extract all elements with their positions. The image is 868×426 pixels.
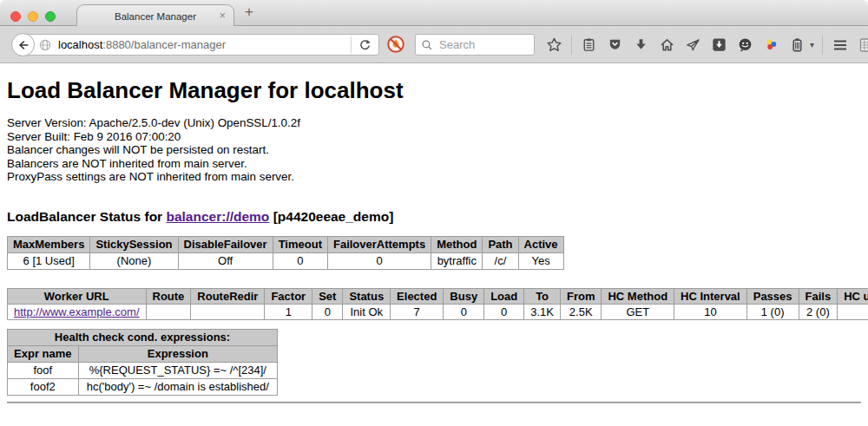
column-header: Expression xyxy=(78,345,277,362)
column-header: Path xyxy=(483,236,518,252)
worker-table: Worker URL Route RouteRedir Factor Set S… xyxy=(7,288,868,320)
column-header: MaxMembers xyxy=(8,236,90,252)
table-row: http://www.example.com/ 1 0 Init Ok 7 0 … xyxy=(8,304,868,319)
tab-groups-icon[interactable] xyxy=(857,36,868,54)
cell: (None) xyxy=(90,252,178,269)
url-domain: localhost xyxy=(58,38,102,51)
smiley-chat-icon[interactable] xyxy=(736,36,754,54)
column-header: HC uri xyxy=(838,288,868,304)
toolbar-divider-2 xyxy=(822,36,823,55)
cell xyxy=(191,304,265,319)
cell: 7 xyxy=(391,304,444,319)
tab-close-icon[interactable]: × xyxy=(219,9,226,22)
browser-window: Balancer Manager × + localhost:8880/bala… xyxy=(0,0,868,426)
send-plane-icon[interactable] xyxy=(684,36,702,54)
back-button[interactable] xyxy=(11,33,35,56)
cell: bytraffic xyxy=(431,252,483,269)
column-header: To xyxy=(524,288,561,304)
cell: 6 [1 Used] xyxy=(8,252,90,269)
cell: 1 xyxy=(265,304,312,319)
persist-note-line: Balancer changes will NOT be persisted o… xyxy=(7,143,861,157)
new-tab-button[interactable]: + xyxy=(245,3,253,21)
clipboard-icon[interactable] xyxy=(580,36,598,54)
table-row: 6 [1 Used] (None) Off 0 0 bytraffic /c/ … xyxy=(8,252,564,269)
column-header: Status xyxy=(343,288,391,304)
cell: 0 xyxy=(312,304,343,319)
balancer-settings-table: MaxMembers StickySession DisableFailover… xyxy=(7,236,564,270)
window-zoom-button[interactable] xyxy=(45,11,56,22)
browser-tab[interactable]: Balancer Manager × xyxy=(76,4,234,27)
cell: /c/ xyxy=(483,252,518,269)
cell: Init Ok xyxy=(343,304,391,319)
downloads-icon[interactable] xyxy=(632,36,650,54)
column-header: Expr name xyxy=(8,345,79,362)
cell: 0 xyxy=(444,304,484,319)
column-header: Active xyxy=(518,236,563,252)
cell: 2.5K xyxy=(560,304,602,319)
toolbar-divider xyxy=(571,36,572,55)
reload-button[interactable] xyxy=(352,38,378,51)
column-header: Worker URL xyxy=(8,288,147,304)
toolbar-buttons: ▾ xyxy=(545,26,868,63)
cell: 10 xyxy=(674,304,747,319)
colored-dots-icon[interactable] xyxy=(762,36,780,54)
cell: 2 (0) xyxy=(799,304,838,319)
table-header-row: Worker URL Route RouteRedir Factor Set S… xyxy=(8,288,868,304)
page-content: Load Balancer Manager for localhost Serv… xyxy=(0,63,868,425)
back-arrow-icon xyxy=(16,38,30,52)
home-icon[interactable] xyxy=(658,36,676,54)
column-header: Set xyxy=(312,288,343,304)
proxypass-note-line: ProxyPass settings are NOT inherited fro… xyxy=(7,170,861,184)
worker-url-link[interactable]: http://www.example.com/ xyxy=(14,305,140,318)
menu-hamburger-icon[interactable] xyxy=(831,36,849,54)
bookmark-star-icon[interactable] xyxy=(545,36,563,54)
column-header: RouteRedir xyxy=(191,288,265,304)
balancer-demo-link[interactable]: balancer://demo xyxy=(166,209,269,224)
cell: 1 (0) xyxy=(746,304,799,319)
cell: Off xyxy=(178,252,273,269)
window-close-button[interactable] xyxy=(10,11,21,22)
page-title: Load Balancer Manager for localhost xyxy=(7,63,861,104)
worker-url-cell: http://www.example.com/ xyxy=(8,304,147,319)
url-bar[interactable]: localhost:8880/balancer-manager xyxy=(23,34,379,56)
cell: 0 xyxy=(273,252,327,269)
column-header: Route xyxy=(146,288,191,304)
column-header: HC Method xyxy=(602,288,674,304)
column-header: Method xyxy=(431,236,483,252)
cell xyxy=(146,304,191,319)
window-titlebar: Balancer Manager × + xyxy=(0,0,868,26)
column-header: Passes xyxy=(746,288,799,304)
traffic-lights xyxy=(10,11,56,22)
table-header-row: MaxMembers StickySession DisableFailover… xyxy=(8,236,564,252)
column-header: Fails xyxy=(799,288,838,304)
search-icon xyxy=(421,39,433,51)
table-header-row: Expr name Expression xyxy=(8,345,278,362)
plugin-blocked-icon[interactable] xyxy=(386,35,405,54)
balancer-status-heading: LoadBalancer Status for balancer://demo … xyxy=(7,209,861,225)
search-input[interactable] xyxy=(437,37,524,52)
cell: Yes xyxy=(518,252,563,269)
health-check-table: Health check cond. expressions: Expr nam… xyxy=(7,329,278,396)
cell xyxy=(838,304,868,319)
overflow-caret-icon[interactable]: ▾ xyxy=(810,40,814,49)
inherit-note-line: Balancers are NOT inherited from main se… xyxy=(7,157,861,171)
container-battery-icon[interactable] xyxy=(788,36,806,54)
globe-icon xyxy=(38,38,52,52)
status-suffix: [p4420eeae_demo] xyxy=(269,209,393,224)
expr-name-cell: foof2 xyxy=(8,378,79,395)
expr-name-cell: foof xyxy=(8,362,79,378)
cell: GET xyxy=(602,304,674,319)
search-bar[interactable] xyxy=(415,34,535,56)
column-header: FailoverAttempts xyxy=(327,236,431,252)
download-box-icon[interactable] xyxy=(710,36,728,54)
expression-cell: hc('body') =~ /domain is established/ xyxy=(78,378,277,395)
navigation-toolbar: localhost:8880/balancer-manager xyxy=(0,26,868,63)
window-minimize-button[interactable] xyxy=(28,11,38,22)
pocket-icon[interactable] xyxy=(606,36,624,54)
server-version-line: Server Version: Apache/2.5.0-dev (Unix) … xyxy=(7,116,861,130)
url-path: :8880/balancer-manager xyxy=(102,38,226,51)
column-header: Load xyxy=(484,288,524,304)
column-header: From xyxy=(560,288,602,304)
tab-title: Balancer Manager xyxy=(115,11,196,22)
column-header: StickySession xyxy=(90,236,178,252)
